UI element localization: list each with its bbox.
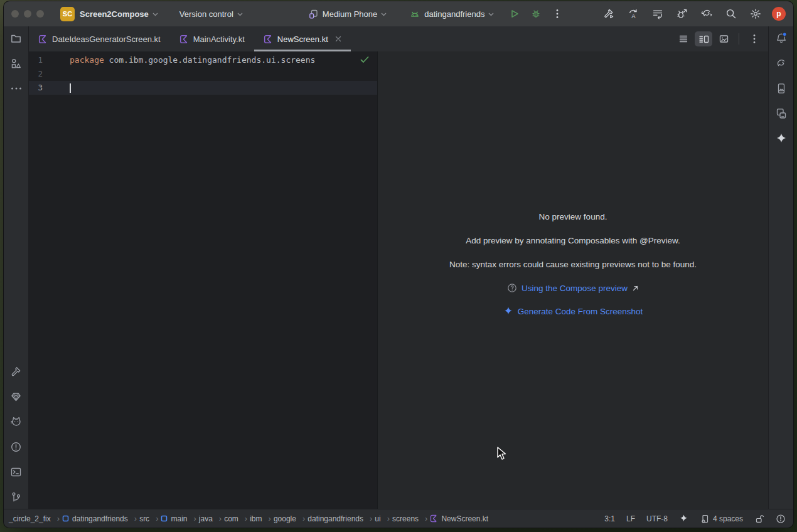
split-view-icon (698, 34, 709, 44)
caret-position-widget[interactable]: 3:1 (604, 514, 615, 523)
generate-code-from-screenshot-link[interactable]: Generate Code From Screenshot (518, 307, 643, 316)
project-icon: SC (60, 7, 75, 21)
gemini-tool-button[interactable] (773, 130, 790, 147)
breadcrumb-item[interactable]: google (274, 514, 305, 523)
settings-button[interactable] (747, 6, 764, 22)
line-number: 1 (29, 53, 68, 67)
search-everywhere-button[interactable] (723, 6, 739, 22)
design-view-button[interactable] (715, 31, 732, 46)
unlocked-padlock-icon (754, 514, 764, 524)
user-avatar[interactable]: p (772, 7, 786, 21)
split-view-button[interactable] (695, 31, 712, 46)
gradle-sync-button[interactable] (698, 6, 715, 22)
inspections-widget[interactable] (360, 55, 370, 64)
compose-preview-panel: No preview found. Add preview by annotat… (378, 51, 768, 509)
close-window-button[interactable] (11, 10, 19, 18)
build-hammer-icon (602, 8, 615, 20)
minimize-window-button[interactable] (24, 10, 31, 18)
kotlin-file-icon (430, 514, 438, 523)
history-list-icon (651, 8, 664, 20)
breadcrumb-item-file[interactable]: NewScreen.kt (430, 514, 488, 523)
encoding-widget[interactable]: UTF-8 (646, 514, 668, 523)
running-devices-button[interactable] (773, 80, 790, 97)
breadcrumb-item[interactable]: main (161, 514, 196, 523)
window-controls (11, 10, 44, 18)
build-tool-window-button[interactable] (8, 363, 25, 380)
breadcrumb-item[interactable]: datingandfriends (308, 514, 372, 523)
notifications-button[interactable] (773, 29, 790, 47)
help-circle-icon (507, 283, 517, 293)
device-selector[interactable]: Medium Phone (308, 9, 387, 19)
folder-icon (10, 33, 22, 45)
app-quality-insights-button[interactable] (8, 388, 25, 405)
problems-tool-button[interactable] (8, 438, 25, 455)
breadcrumb-item[interactable]: _circle_2_fix (9, 514, 60, 523)
running-devices-icon (775, 82, 788, 95)
close-tab-icon[interactable] (335, 36, 341, 42)
breadcrumb-item[interactable]: screens (392, 514, 427, 523)
title-bar: SC Screen2Compose Version control Medium… (4, 1, 793, 26)
tab-dateideasgeneratorscreen[interactable]: DateIdeasGeneratorScreen.kt (29, 26, 170, 51)
terminal-tool-button[interactable] (8, 463, 25, 481)
gear-icon (749, 8, 762, 20)
git-branch-icon (10, 491, 22, 503)
compose-preview-help-link[interactable]: Using the Compose preview (522, 284, 628, 293)
gradle-tool-button[interactable] (773, 55, 790, 72)
module-icon (62, 515, 69, 522)
logcat-tool-button[interactable] (8, 413, 25, 430)
breadcrumb-item[interactable]: com (224, 514, 247, 523)
gradle-elephant-icon (700, 8, 714, 20)
spark-icon (679, 514, 688, 523)
version-control-menu[interactable]: Version control (179, 9, 243, 19)
play-icon (510, 9, 520, 19)
run-configuration-selector[interactable]: datingandfriends (409, 9, 494, 19)
kebab-menu-icon (753, 34, 756, 44)
add-preview-hint: Add preview by annotating Composables wi… (378, 235, 768, 246)
device-manager-button[interactable] (773, 105, 790, 122)
breadcrumb-item[interactable]: src (139, 514, 158, 523)
local-history-button[interactable] (650, 6, 666, 22)
design-view-icon (719, 34, 729, 44)
kebab-menu-icon (556, 9, 559, 19)
error-circle-icon (776, 514, 786, 524)
project-selector[interactable]: Screen2Compose (80, 9, 158, 19)
more-run-options-button[interactable] (549, 6, 565, 22)
indent-widget[interactable]: 4 spaces (700, 514, 743, 524)
tab-newscreen[interactable]: NewScreen.kt (254, 26, 351, 51)
code-line: 1 package com.ibm.google.datingandfriend… (29, 53, 377, 67)
more-tool-windows-button[interactable] (8, 80, 25, 97)
warning-circle-icon (10, 441, 22, 453)
breadcrumb-item[interactable]: ibm (250, 514, 271, 523)
kotlin-file-icon (38, 35, 48, 44)
run-button[interactable] (506, 6, 523, 22)
line-separator-widget[interactable]: LF (626, 514, 635, 523)
project-tool-button[interactable] (8, 29, 25, 47)
cat-icon (10, 416, 23, 428)
write-access-widget[interactable] (754, 514, 764, 524)
code-editor[interactable]: 1 package com.ibm.google.datingandfriend… (29, 51, 378, 509)
build-button[interactable] (601, 6, 617, 22)
attach-debugger-button[interactable] (674, 6, 690, 22)
chevron-down-icon (381, 13, 387, 16)
breadcrumb-item[interactable]: java (199, 514, 222, 523)
bell-icon (775, 32, 788, 45)
gem-icon (10, 391, 22, 403)
ellipsis-icon (11, 87, 22, 90)
status-bar: _circle_2_fix datingandfriends src main … (4, 509, 793, 528)
ai-rename-button[interactable]: A (625, 6, 641, 22)
debug-button[interactable] (528, 6, 544, 22)
search-icon (725, 8, 737, 20)
breadcrumb-item[interactable]: datingandfriends (62, 514, 137, 523)
editor-options-button[interactable] (746, 31, 763, 46)
structure-tool-button[interactable] (8, 55, 25, 72)
indent-settings-icon (700, 514, 710, 524)
maximize-window-button[interactable] (36, 10, 44, 18)
chevron-down-icon (488, 13, 494, 16)
code-view-button[interactable] (675, 31, 692, 46)
tab-mainactivity[interactable]: MainActivity.kt (170, 26, 254, 51)
debug-bug-icon (531, 9, 541, 19)
ai-status-widget[interactable] (679, 514, 688, 523)
breadcrumb-item[interactable]: ui (375, 514, 390, 523)
inspection-highlight-widget[interactable] (776, 514, 786, 524)
version-control-tool-button[interactable] (8, 488, 25, 506)
